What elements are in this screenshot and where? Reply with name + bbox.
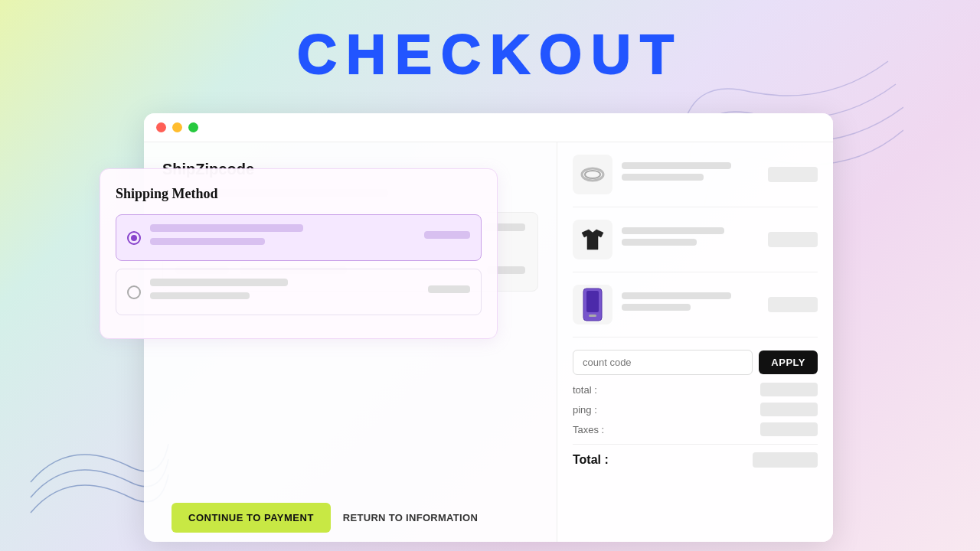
svg-point-1 [585, 171, 600, 178]
page-title: CHECKOUT [297, 23, 683, 86]
option-1-price [424, 231, 470, 239]
total-label: Total : [573, 453, 609, 467]
skeleton-bar [150, 279, 288, 286]
option-1-details [150, 224, 415, 251]
radio-option-1[interactable] [127, 231, 141, 245]
total-value [753, 452, 818, 468]
action-buttons: CONTINUE TO PAYMENT RETURN TO INFORMATIO… [172, 503, 478, 533]
shipping-option-2[interactable] [116, 269, 482, 315]
svg-rect-5 [589, 315, 596, 317]
svg-marker-2 [582, 230, 603, 249]
skeleton-bar [622, 292, 731, 299]
discount-input[interactable] [573, 350, 753, 375]
shipping-row: ping : [573, 403, 818, 416]
taxes-value [760, 422, 818, 436]
phone-icon [582, 288, 603, 321]
product-price-1 [768, 167, 818, 182]
skeleton-bar [150, 292, 250, 299]
continue-to-payment-button[interactable]: CONTINUE TO PAYMENT [172, 503, 331, 533]
radio-option-2[interactable] [127, 285, 141, 299]
product-item-1 [573, 155, 818, 207]
subtotal-label: total : [573, 384, 597, 396]
total-row: Total : [573, 444, 818, 468]
skeleton-bar [622, 227, 724, 234]
option-2-price [428, 285, 470, 293]
product-price-3 [768, 297, 818, 312]
title-bar [144, 113, 833, 142]
product-image-1 [573, 155, 612, 194]
minimize-button[interactable] [172, 122, 182, 132]
right-panel: APPLY total : ping : Taxes : Total : [557, 142, 833, 542]
option-2-details [150, 279, 419, 305]
close-button[interactable] [156, 122, 166, 132]
shipping-value [760, 403, 818, 416]
skeleton-bar [150, 224, 303, 232]
skeleton-bar [150, 238, 265, 245]
taxes-label: Taxes : [573, 424, 604, 435]
skeleton-bar [622, 162, 731, 169]
shipping-method-panel: Shipping Method [100, 168, 498, 339]
maximize-button[interactable] [188, 122, 198, 132]
product-image-2 [573, 220, 612, 259]
product-item-3 [573, 285, 818, 337]
return-to-information-button[interactable]: RETURN TO INFORMATION [343, 512, 478, 523]
ring-icon [577, 159, 608, 190]
subtotal-value [760, 383, 818, 396]
skeleton-bar [622, 304, 691, 311]
product-item-2 [573, 220, 818, 272]
shipping-option-1[interactable] [116, 214, 482, 261]
product-image-3 [573, 285, 612, 324]
product-details-2 [622, 227, 759, 252]
shipping-label: ping : [573, 404, 597, 416]
tshirt-icon [578, 225, 607, 254]
discount-row: APPLY [573, 350, 818, 375]
skeleton-bar [622, 239, 697, 246]
apply-button[interactable]: APPLY [759, 350, 818, 374]
product-price-2 [768, 232, 818, 247]
radio-inner-1 [131, 235, 137, 241]
product-details-1 [622, 162, 759, 187]
skeleton-bar [622, 174, 704, 181]
taxes-row: Taxes : [573, 422, 818, 436]
product-details-3 [622, 292, 759, 317]
svg-rect-4 [586, 291, 599, 312]
subtotal-row: total : [573, 383, 818, 396]
shipping-method-title: Shipping Method [116, 186, 482, 202]
